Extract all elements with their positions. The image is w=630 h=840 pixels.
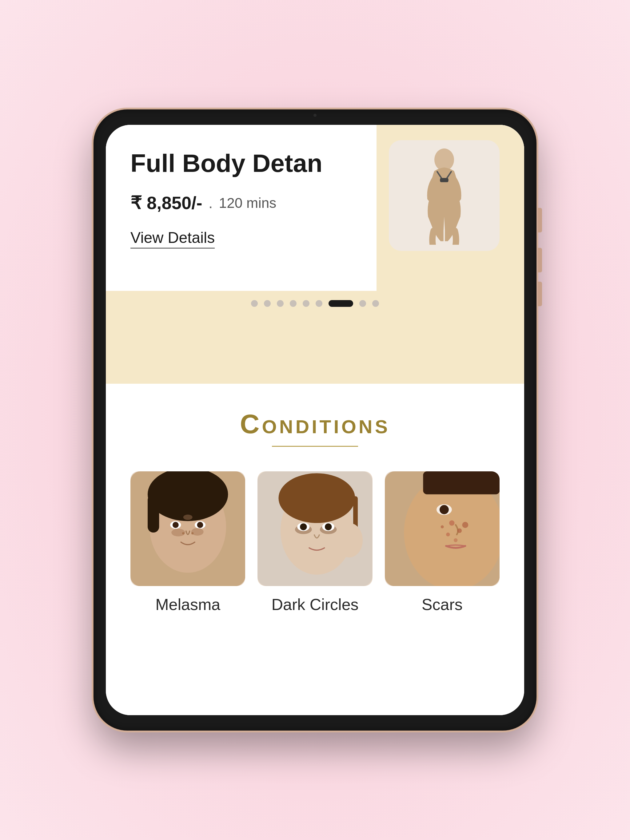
banner-product-image bbox=[389, 140, 500, 251]
svg-point-9 bbox=[197, 522, 203, 528]
svg-point-14 bbox=[192, 532, 193, 534]
banner-image-container bbox=[389, 140, 500, 251]
condition-label-dark-circles: Dark Circles bbox=[271, 595, 358, 614]
svg-point-35 bbox=[440, 525, 443, 528]
dark-circles-face-icon bbox=[258, 471, 372, 586]
pagination-area bbox=[106, 291, 524, 322]
svg-rect-5 bbox=[148, 494, 159, 532]
svg-point-34 bbox=[454, 538, 457, 542]
condition-label-melasma: Melasma bbox=[155, 595, 220, 614]
scars-face-icon bbox=[385, 471, 500, 586]
svg-point-25 bbox=[336, 523, 362, 557]
conditions-section-title: Conditions bbox=[130, 408, 500, 440]
svg-point-12 bbox=[184, 515, 193, 520]
pagination-dot-4[interactable] bbox=[290, 300, 296, 307]
svg-point-22 bbox=[300, 523, 307, 530]
tablet-screen: Full Body Detan ₹ 8,850/- . 120 mins Vie… bbox=[106, 125, 524, 715]
conditions-section: Conditions bbox=[106, 384, 524, 715]
condition-label-scars: Scars bbox=[422, 595, 463, 614]
condition-image-scars bbox=[385, 471, 500, 586]
pagination-dot-6[interactable] bbox=[316, 300, 322, 307]
condition-image-dark-circles bbox=[258, 471, 372, 586]
pagination-dot-7-active[interactable] bbox=[329, 300, 353, 307]
pagination-dot-9[interactable] bbox=[372, 300, 379, 307]
svg-point-33 bbox=[462, 522, 468, 528]
banner-separator: . bbox=[209, 194, 213, 212]
svg-point-17 bbox=[279, 473, 355, 523]
banner-title: Full Body Detan bbox=[130, 149, 389, 177]
conditions-grid: Melasma bbox=[130, 471, 500, 614]
banner-duration: 120 mins bbox=[219, 195, 277, 211]
banner-price: ₹ 8,850/- bbox=[130, 193, 203, 213]
conditions-title-underline bbox=[272, 446, 358, 447]
svg-rect-1 bbox=[440, 178, 448, 182]
condition-item-melasma[interactable]: Melasma bbox=[130, 471, 245, 614]
svg-point-32 bbox=[446, 532, 450, 536]
svg-point-11 bbox=[192, 528, 204, 535]
svg-point-29 bbox=[440, 505, 449, 515]
pagination-dot-5[interactable] bbox=[303, 300, 309, 307]
banner-price-row: ₹ 8,850/- . 120 mins bbox=[130, 193, 389, 213]
banner-section: Full Body Detan ₹ 8,850/- . 120 mins Vie… bbox=[106, 125, 524, 384]
svg-rect-36 bbox=[423, 471, 500, 494]
condition-image-melasma bbox=[130, 471, 245, 586]
pagination-dot-3[interactable] bbox=[277, 300, 283, 307]
pagination-dot-1[interactable] bbox=[251, 300, 258, 307]
pagination-dot-2[interactable] bbox=[264, 300, 271, 307]
banner-card: Full Body Detan ₹ 8,850/- . 120 mins Vie… bbox=[106, 125, 524, 291]
svg-point-13 bbox=[182, 532, 184, 534]
condition-item-dark-circles[interactable]: Dark Circles bbox=[258, 471, 372, 614]
svg-point-31 bbox=[457, 528, 462, 533]
tablet-device: Full Body Detan ₹ 8,850/- . 120 mins Vie… bbox=[93, 109, 537, 731]
view-details-link[interactable]: View Details bbox=[130, 229, 215, 248]
condition-item-scars[interactable]: Scars bbox=[385, 471, 500, 614]
svg-point-30 bbox=[449, 520, 454, 526]
pagination-dot-8[interactable] bbox=[359, 300, 366, 307]
cream-spacer bbox=[106, 322, 524, 384]
svg-point-24 bbox=[325, 523, 332, 530]
svg-point-7 bbox=[173, 522, 179, 528]
melasma-face-icon bbox=[130, 471, 245, 586]
body-figure-icon bbox=[407, 146, 481, 245]
banner-text-area: Full Body Detan ₹ 8,850/- . 120 mins Vie… bbox=[130, 146, 389, 248]
